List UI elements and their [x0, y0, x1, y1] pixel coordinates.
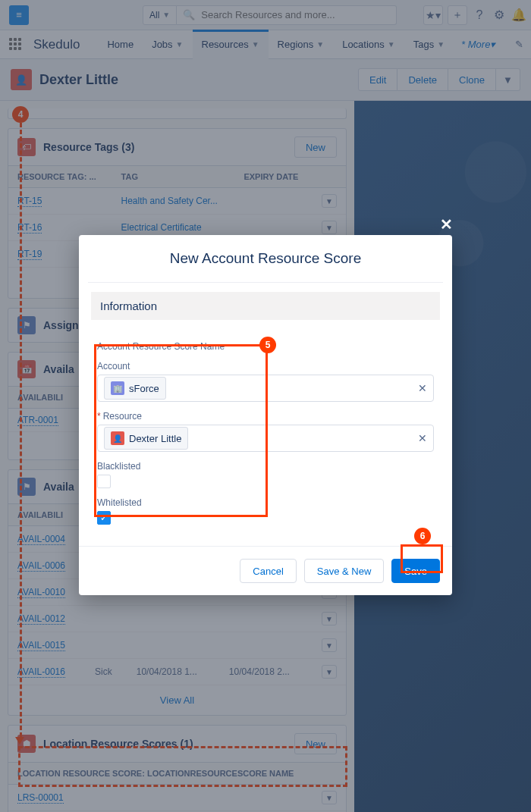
- resource-lookup[interactable]: 👤 Dexter Little ✕: [97, 425, 434, 452]
- resource-pill: 👤 Dexter Little: [104, 427, 188, 450]
- annotation-badge-6: 6: [414, 528, 431, 544]
- annotation-badge-5: 5: [259, 337, 276, 353]
- whitelisted-label: Whitelisted: [97, 497, 434, 508]
- account-lookup[interactable]: 🏢 sForce ✕: [97, 375, 434, 402]
- blacklisted-checkbox[interactable]: [97, 475, 111, 488]
- account-icon: 🏢: [111, 381, 124, 395]
- account-value: sForce: [129, 383, 159, 394]
- save-and-new-button[interactable]: Save & New: [304, 559, 385, 583]
- modal-title: New Account Resource Score: [79, 235, 452, 282]
- blacklisted-label: Blacklisted: [97, 461, 434, 472]
- remove-icon[interactable]: ✕: [418, 382, 427, 394]
- resource-label: Resource: [97, 411, 434, 422]
- whitelisted-checkbox[interactable]: ✓: [97, 511, 111, 525]
- account-pill: 🏢 sForce: [104, 377, 166, 400]
- section-header: Information: [91, 292, 440, 320]
- cancel-button[interactable]: Cancel: [240, 559, 296, 583]
- resource-value: Dexter Little: [129, 433, 181, 444]
- remove-icon[interactable]: ✕: [418, 432, 427, 444]
- resource-icon: 👤: [111, 431, 124, 445]
- close-icon[interactable]: ✕: [440, 215, 453, 234]
- new-account-resource-score-modal: New Account Resource Score Information A…: [79, 235, 452, 595]
- save-button[interactable]: Save: [391, 559, 440, 583]
- account-label: Account: [97, 361, 434, 372]
